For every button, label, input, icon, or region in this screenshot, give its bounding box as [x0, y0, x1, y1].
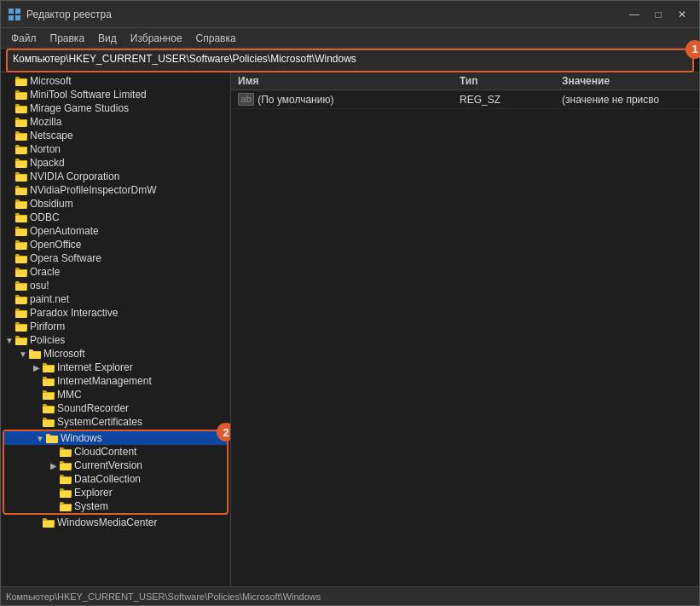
tree-item[interactable]: MiniTool Software Limited [1, 88, 230, 101]
window-controls: — □ ✕ [624, 6, 692, 23]
tree-item-label: Microsoft [43, 348, 85, 360]
expand-arrow-icon [4, 89, 14, 100]
tree-item-label: InternetManagement [57, 375, 152, 387]
tree-item[interactable]: CloudContent [4, 445, 227, 459]
detail-header: Имя Тип Значение [231, 72, 699, 90]
expand-arrow-icon [32, 517, 42, 528]
folder-icon [14, 307, 28, 319]
badge-1: 1 [686, 40, 700, 59]
tree-item[interactable]: NVIDIA Corporation [1, 170, 230, 183]
tree-item[interactable]: WindowsMediaCenter [1, 516, 230, 529]
menu-file[interactable]: Файл [4, 31, 43, 46]
svg-rect-2 [9, 15, 14, 20]
reg-type-icon: ab [238, 93, 254, 106]
tree-item-label: Mirage Game Studios [30, 102, 129, 114]
minimize-button[interactable]: — [624, 6, 645, 23]
tree-item[interactable]: Paradox Interactive [1, 306, 230, 320]
col-type: Тип [460, 75, 562, 87]
expand-arrow-icon [4, 171, 14, 182]
tree-item[interactable]: ▼ Windows [4, 431, 227, 445]
expand-arrow-icon [4, 308, 14, 318]
folder-icon [14, 266, 28, 278]
tree-item[interactable]: OpenOffice [1, 238, 230, 251]
menu-edit[interactable]: Правка [43, 31, 92, 46]
tree-item[interactable]: osu! [1, 279, 230, 292]
tree-item[interactable]: ▼ Microsoft [1, 347, 230, 361]
tree-item-label: Opera Software [30, 252, 101, 264]
tree-item[interactable]: Norton [1, 142, 230, 156]
tree-item[interactable]: Npackd [1, 156, 230, 170]
status-bar: Компьютер\HKEY_CURRENT_USER\Software\Pol… [1, 586, 699, 605]
expand-arrow-icon [49, 488, 59, 498]
tree-item[interactable]: Obsidium [1, 197, 230, 211]
cell-name: ab (По умолчанию) [238, 93, 460, 106]
tree-item[interactable]: Microsoft [1, 74, 230, 88]
tree-item[interactable]: paint.net [1, 292, 230, 306]
tree-item[interactable]: InternetManagement [1, 374, 230, 388]
tree-item[interactable]: DataCollection [4, 472, 227, 486]
tree-item-label: NVIDIA Corporation [30, 170, 119, 182]
cell-value: (значение не присво [562, 94, 692, 106]
folder-icon [59, 487, 72, 499]
tree-item[interactable]: Opera Software [1, 251, 230, 265]
expand-arrow-icon [49, 474, 59, 484]
tree-item[interactable]: MMC [1, 388, 230, 401]
tree-item[interactable]: ▶ CurrentVersion [4, 459, 227, 472]
tree-item[interactable]: System [4, 499, 227, 513]
tree-item-label: Internet Explorer [57, 361, 133, 373]
address-path[interactable]: Компьютер\HKEY_CURRENT_USER\Software\Pol… [13, 51, 687, 70]
close-button[interactable]: ✕ [672, 6, 692, 23]
highlight-box-2: 2▼ Windows CloudContent▶ CurrentVersion … [3, 430, 229, 515]
folder-icon [59, 500, 72, 512]
expand-arrow-icon [4, 294, 14, 304]
svg-rect-0 [9, 9, 14, 14]
cell-type: REG_SZ [460, 94, 562, 106]
expand-arrow-icon: ▼ [35, 433, 45, 443]
tree-item[interactable]: Piriform [1, 320, 230, 333]
tree-item[interactable]: Netscape [1, 129, 230, 142]
tree-pane[interactable]: Microsoft MiniTool Software Limited Mira… [1, 72, 231, 586]
expand-arrow-icon [4, 158, 14, 168]
folder-icon [14, 198, 28, 210]
tree-item-label: Windows [61, 432, 102, 444]
folder-icon [14, 334, 28, 346]
tree-item[interactable]: OpenAutomate [1, 224, 230, 238]
folder-icon [42, 416, 55, 428]
folder-icon [59, 473, 72, 485]
tree-item[interactable]: Mozilla [1, 115, 230, 129]
expand-arrow-icon [4, 76, 14, 86]
tree-item[interactable]: ODBC [1, 211, 230, 224]
expand-arrow-icon: ▼ [4, 335, 14, 345]
expand-arrow-icon [4, 185, 14, 195]
address-bar: Компьютер\HKEY_CURRENT_USER\Software\Pol… [1, 49, 699, 72]
window-title: Редактор реестра [26, 9, 624, 20]
expand-arrow-icon: ▶ [49, 460, 59, 470]
folder-icon [42, 517, 55, 528]
tree-item[interactable]: Explorer [4, 486, 227, 499]
tree-item[interactable]: Oracle [1, 265, 230, 279]
menu-help[interactable]: Справка [189, 31, 243, 46]
tree-item-label: System [74, 500, 108, 512]
maximize-button[interactable]: □ [648, 6, 668, 23]
expand-arrow-icon: ▶ [32, 362, 42, 372]
tree-item[interactable]: SystemCertificates [1, 415, 230, 429]
tree-item-label: Mozilla [30, 116, 61, 128]
tree-item-label: osu! [30, 280, 49, 291]
tree-item[interactable]: ▼ Policies [1, 333, 230, 347]
expand-arrow-icon [4, 321, 14, 332]
tree-item[interactable]: SoundRecorder [1, 401, 230, 415]
menu-view[interactable]: Вид [91, 31, 124, 46]
folder-icon [14, 130, 28, 141]
table-row[interactable]: ab (По умолчанию) REG_SZ (значение не пр… [231, 90, 699, 109]
tree-item[interactable]: Mirage Game Studios [1, 101, 230, 115]
tree-item[interactable]: ▶ Internet Explorer [1, 361, 230, 374]
folder-icon [14, 239, 28, 251]
tree-item[interactable]: NVidiaProfileInspectorDmW [1, 183, 230, 197]
status-text: Компьютер\HKEY_CURRENT_USER\Software\Pol… [6, 592, 321, 602]
expand-arrow-icon: ▼ [18, 349, 28, 359]
menu-favorites[interactable]: Избранное [124, 31, 189, 46]
tree-item-label: CloudContent [74, 446, 136, 458]
folder-icon [14, 320, 28, 332]
folder-icon [14, 170, 28, 182]
tree-item-label: Norton [30, 143, 61, 155]
